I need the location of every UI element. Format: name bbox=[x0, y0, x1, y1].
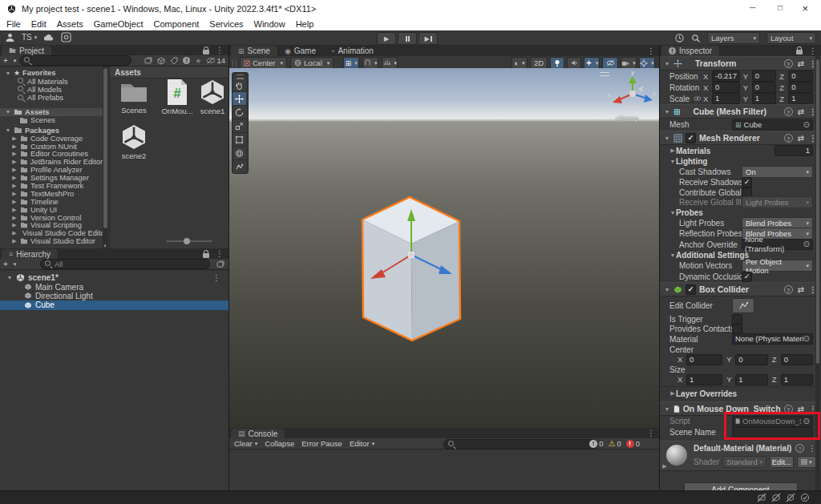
tree-package[interactable]: ▶TextMeshPro bbox=[0, 190, 103, 198]
audio-toggle[interactable] bbox=[567, 57, 581, 69]
tree-package[interactable]: ▶Visual Studio Code Editor bbox=[0, 229, 103, 237]
shading-mode-dropdown[interactable]: ◐ ▾ bbox=[512, 57, 528, 69]
tab-hierarchy[interactable]: ≡ Hierarchy bbox=[2, 249, 58, 260]
help-icon[interactable]: ? bbox=[795, 444, 804, 453]
error-count-toggle[interactable]: ! 0 bbox=[626, 439, 640, 448]
tab-console[interactable]: ▤ Console bbox=[231, 429, 285, 439]
collapse-button[interactable]: Collapse bbox=[265, 439, 294, 448]
size-y-field[interactable]: 1 bbox=[735, 374, 767, 385]
info-count-toggle[interactable]: ! 0 bbox=[589, 439, 603, 448]
menu-gameobject[interactable]: GameObject bbox=[94, 19, 144, 29]
hand-tool[interactable] bbox=[233, 79, 246, 92]
tab-scene[interactable]: ⊞ Scene bbox=[231, 46, 277, 57]
label-icon[interactable] bbox=[170, 57, 178, 65]
tree-favorites[interactable]: ▼ ★ Favorites bbox=[0, 69, 103, 77]
tree-package[interactable]: ▶Timeline bbox=[0, 198, 103, 206]
scene-menu-icon[interactable]: ⋮ bbox=[212, 273, 220, 282]
tab-animation[interactable]: ◔ Animation bbox=[323, 46, 381, 57]
console-search[interactable] bbox=[443, 439, 597, 450]
object-picker-icon[interactable]: ⊙ bbox=[803, 240, 810, 249]
motion-vectors-dropdown[interactable]: Per Object Motion ▾ bbox=[742, 260, 813, 272]
hierarchy-scene-root[interactable]: ▼ scene1* ⋮ bbox=[0, 273, 229, 282]
preset-icon[interactable]: ⇄ bbox=[798, 285, 804, 294]
rotation-x-field[interactable]: 0 bbox=[712, 82, 740, 93]
orientation-dropdown[interactable]: Local ▾ bbox=[290, 57, 334, 69]
console-menu-icon[interactable]: ⋮ bbox=[647, 429, 655, 437]
snap-magnet-dropdown[interactable]: ▾ bbox=[362, 57, 378, 69]
editor-dropdown[interactable]: Editor ▾ bbox=[350, 439, 374, 448]
mesh-filter-header[interactable]: ▼ ⊞ Cube (Mesh Filter) ? ⇄ ⋮ bbox=[660, 104, 821, 119]
tree-package[interactable]: ▶Version Control bbox=[0, 214, 103, 222]
hierarchy-item-directional-light[interactable]: Directional Light bbox=[0, 292, 229, 300]
edit-collider-button[interactable] bbox=[732, 298, 754, 313]
tree-package[interactable]: ▶Custom NUnit bbox=[0, 143, 103, 151]
size-z-field[interactable]: 1 bbox=[781, 374, 813, 385]
inspector-menu-icon[interactable]: ⋮ bbox=[809, 46, 817, 55]
tree-package[interactable]: ▶Code Coverage bbox=[0, 135, 103, 143]
asset-item-scenes[interactable]: Scenes bbox=[118, 78, 150, 115]
undo-history-icon[interactable] bbox=[674, 33, 685, 43]
search-icon[interactable] bbox=[691, 34, 701, 43]
object-picker-icon[interactable]: ⊙ bbox=[803, 334, 810, 344]
transform-header[interactable]: ▼ Transform ? ⇄ ⋮ bbox=[660, 56, 821, 71]
help-icon[interactable]: ? bbox=[784, 134, 793, 143]
hierarchy-menu-icon[interactable]: ⋮ bbox=[216, 249, 224, 258]
tab-inspector[interactable]: ! Inspector bbox=[661, 46, 719, 57]
provides-contacts-checkbox[interactable] bbox=[732, 324, 742, 334]
component-enabled-checkbox[interactable]: ✓ bbox=[686, 133, 696, 143]
material-foldout[interactable]: ▶ bbox=[661, 463, 668, 470]
preset-icon[interactable]: ⇄ bbox=[798, 59, 804, 68]
pause-button[interactable] bbox=[398, 32, 417, 45]
create-object-button[interactable]: + bbox=[3, 260, 8, 268]
tree-package[interactable]: ▶Test Framework bbox=[0, 182, 103, 190]
hierarchy-search-input[interactable] bbox=[55, 260, 205, 268]
rotation-z-field[interactable]: 0 bbox=[788, 82, 813, 93]
menu-assets[interactable]: Assets bbox=[57, 19, 83, 29]
anchor-override-field[interactable]: None (Transform) ⊙ bbox=[742, 239, 813, 250]
shader-edit-button[interactable]: Edit... bbox=[770, 456, 794, 468]
materials-row[interactable]: ▶ Materials 1 bbox=[660, 145, 821, 156]
tree-package[interactable]: ▶Visual Studio Editor bbox=[0, 237, 103, 245]
project-search-input[interactable] bbox=[34, 57, 127, 65]
layers-dropdown[interactable]: Layers ▾ bbox=[707, 32, 760, 44]
auto-refresh-disabled-icon[interactable] bbox=[786, 493, 795, 502]
rotation-y-field[interactable]: 0 bbox=[752, 82, 777, 93]
layer-overrides-foldout[interactable]: ▶ Layer Overrides bbox=[660, 386, 821, 400]
tree-package[interactable]: ▶Unity UI bbox=[0, 206, 103, 214]
tree-all-models[interactable]: All Models bbox=[0, 86, 103, 94]
warning-count-toggle[interactable]: ⚠ 0 bbox=[608, 439, 621, 448]
tree-scenes-folder[interactable]: Scenes bbox=[0, 116, 103, 124]
help-icon[interactable]: ? bbox=[784, 59, 793, 68]
material-header[interactable]: Default-Material (Material) ? ⋮ Shader S… bbox=[660, 441, 821, 471]
size-x-field[interactable]: 1 bbox=[686, 374, 722, 385]
services-gear-icon[interactable] bbox=[61, 32, 71, 42]
grid-zoom-slider[interactable] bbox=[166, 238, 212, 244]
console-search-input[interactable] bbox=[458, 441, 592, 449]
grid-visibility-dropdown[interactable]: ⊞ ▾ bbox=[343, 57, 359, 69]
lock-icon[interactable] bbox=[203, 253, 209, 258]
lock-icon[interactable] bbox=[796, 50, 803, 54]
constrain-proportions-icon[interactable] bbox=[694, 95, 702, 102]
step-button[interactable]: ▶ bbox=[419, 32, 438, 45]
effects-dropdown[interactable]: ▾ bbox=[584, 57, 600, 69]
scene-visibility-toggle[interactable] bbox=[602, 57, 618, 69]
pivot-mode-dropdown[interactable]: Center ▾ bbox=[240, 57, 287, 69]
tree-package[interactable]: ▶Settings Manager bbox=[0, 174, 103, 182]
center-y-field[interactable]: 0 bbox=[735, 354, 767, 365]
rect-tool[interactable] bbox=[233, 133, 246, 147]
package-icon[interactable] bbox=[157, 57, 165, 65]
object-picker-icon[interactable]: ⊙ bbox=[803, 120, 810, 130]
mesh-object-field[interactable]: ⊞ Cube ⊙ bbox=[732, 119, 813, 131]
preset-icon[interactable]: ⇄ bbox=[798, 134, 804, 143]
minimize-button[interactable]: ─ bbox=[750, 3, 755, 12]
custom-tool[interactable] bbox=[233, 160, 246, 173]
add-component-button[interactable]: Add Component bbox=[684, 482, 798, 490]
play-button[interactable]: ▶ bbox=[377, 32, 396, 45]
help-icon[interactable]: ? bbox=[784, 107, 793, 116]
activity-check-icon[interactable] bbox=[800, 493, 810, 502]
scale-tool[interactable] bbox=[233, 119, 246, 133]
2d-toggle[interactable]: 2D bbox=[530, 57, 548, 69]
close-button[interactable]: × bbox=[802, 2, 808, 14]
account-icon[interactable] bbox=[5, 32, 15, 42]
asset-item-scene1[interactable]: scene1 bbox=[196, 78, 229, 115]
